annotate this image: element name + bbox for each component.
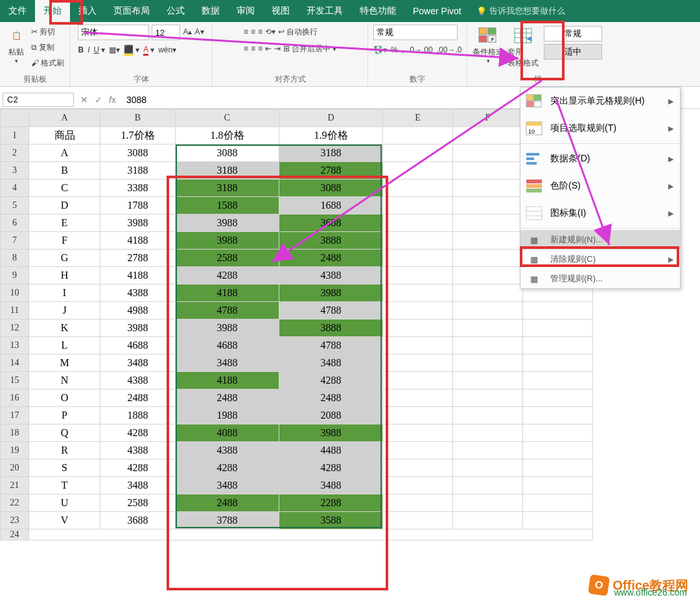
col-header-B[interactable]: B [100, 110, 176, 127]
cell[interactable] [453, 302, 523, 319]
cell[interactable]: 3488 [279, 354, 383, 372]
tab-developer[interactable]: 开发工具 [298, 0, 351, 22]
wrap-text-button[interactable]: ↩自动换行 [278, 25, 318, 39]
bold-button[interactable]: B [78, 43, 84, 57]
cell[interactable]: V [29, 512, 100, 529]
tab-special[interactable]: 特色功能 [351, 0, 404, 22]
format-as-table-button[interactable]: 套用 表格格式 [508, 25, 539, 69]
cell[interactable]: 3988 [100, 215, 176, 232]
cell[interactable] [453, 442, 523, 459]
cell[interactable]: 2088 [279, 407, 383, 424]
cell[interactable] [453, 232, 523, 250]
cell[interactable]: N [29, 372, 100, 389]
font-color-button[interactable]: A▾ [143, 43, 154, 57]
cell[interactable]: B [29, 162, 100, 180]
cell[interactable]: 2588 [176, 250, 279, 267]
cell[interactable] [383, 494, 453, 512]
cell[interactable] [523, 302, 593, 319]
decrease-decimal-button[interactable]: .00→.0 [437, 43, 462, 57]
row-header[interactable]: 1 [1, 127, 29, 145]
cell[interactable]: 3088 [176, 145, 279, 162]
cell[interactable]: J [29, 302, 100, 319]
cell[interactable]: 3488 [100, 477, 176, 494]
cell[interactable] [383, 477, 453, 494]
cell[interactable] [453, 389, 523, 407]
cell[interactable]: 1.9价格 [279, 127, 383, 145]
cell[interactable] [383, 302, 453, 319]
cell[interactable]: O [29, 389, 100, 407]
cell[interactable]: Q [29, 424, 100, 442]
cell[interactable]: C [29, 180, 100, 197]
cell[interactable]: 2488 [176, 494, 279, 512]
cell[interactable]: 2788 [100, 250, 176, 267]
cell[interactable]: T [29, 477, 100, 494]
tell-me[interactable]: 💡 告诉我您想要做什么 [476, 0, 565, 22]
row-header[interactable]: 8 [1, 250, 29, 267]
row-header[interactable]: 18 [1, 424, 29, 442]
format-painter-button[interactable]: 🖌格式刷 [31, 56, 64, 70]
cell[interactable]: 3088 [279, 180, 383, 197]
cell[interactable] [453, 267, 523, 285]
cell[interactable] [523, 372, 593, 389]
cell[interactable]: E [29, 215, 100, 232]
cell[interactable] [383, 197, 453, 215]
cell[interactable]: G [29, 250, 100, 267]
menu-clear-rules[interactable]: ▦ 清除规则(C) ▶ [520, 250, 680, 269]
tab-file[interactable]: 文件 [0, 0, 35, 22]
cell[interactable]: D [29, 197, 100, 215]
cell[interactable] [383, 354, 453, 372]
cell[interactable] [453, 424, 523, 442]
cell[interactable] [453, 197, 523, 215]
cell[interactable]: 2488 [176, 389, 279, 407]
cell[interactable]: 3488 [100, 354, 176, 372]
row-header[interactable]: 14 [1, 354, 29, 372]
cell[interactable]: 1888 [100, 407, 176, 424]
border-button[interactable]: ▦▾ [109, 43, 120, 57]
align-right-button[interactable]: ≡ [258, 41, 262, 56]
cell[interactable]: 4088 [176, 424, 279, 442]
font-name-combo[interactable]: 宋体 [78, 25, 149, 40]
cell[interactable] [453, 407, 523, 424]
cell[interactable] [453, 145, 523, 162]
cell[interactable]: 3788 [176, 512, 279, 529]
cell[interactable] [383, 250, 453, 267]
cell[interactable]: 3488 [279, 477, 383, 494]
conditional-formatting-button[interactable]: ≠ 条件格式 ▾ [472, 25, 504, 64]
cell[interactable] [453, 372, 523, 389]
cell[interactable] [383, 267, 453, 285]
cell[interactable]: 3988 [176, 215, 279, 232]
cell[interactable]: 4188 [176, 372, 279, 389]
cell[interactable]: U [29, 494, 100, 512]
tab-insert[interactable]: 插入 [70, 0, 105, 22]
cell[interactable]: 3888 [279, 232, 383, 250]
align-left-button[interactable]: ≡ [244, 41, 248, 56]
cell[interactable]: 3988 [176, 319, 279, 337]
cell[interactable] [383, 215, 453, 232]
cell[interactable] [383, 372, 453, 389]
cell[interactable]: 4788 [176, 302, 279, 319]
comma-button[interactable]: , [402, 43, 404, 57]
cell[interactable]: 4388 [100, 285, 176, 302]
percent-button[interactable]: % [391, 43, 398, 57]
accounting-button[interactable]: 💱▾ [373, 43, 387, 57]
cell[interactable]: A [29, 145, 100, 162]
row-header[interactable]: 7 [1, 232, 29, 250]
cell[interactable]: 4288 [100, 424, 176, 442]
cell[interactable]: H [29, 267, 100, 285]
style-medium[interactable]: 适中 [544, 44, 602, 60]
cell[interactable] [453, 494, 523, 512]
cell[interactable] [383, 180, 453, 197]
row-header[interactable]: 23 [1, 512, 29, 529]
cell[interactable]: 1988 [176, 407, 279, 424]
fx-icon[interactable]: fx [109, 95, 116, 105]
cell[interactable] [383, 512, 453, 529]
font-size-combo[interactable]: 12 [152, 25, 180, 40]
cell[interactable] [453, 512, 523, 529]
row-header[interactable]: 17 [1, 407, 29, 424]
cell[interactable] [453, 477, 523, 494]
cell[interactable]: 4288 [176, 267, 279, 285]
cell[interactable]: 1788 [100, 197, 176, 215]
cell[interactable]: 2488 [100, 389, 176, 407]
orientation-button[interactable]: ⟲▾ [265, 25, 275, 39]
cell[interactable]: 3088 [100, 145, 176, 162]
